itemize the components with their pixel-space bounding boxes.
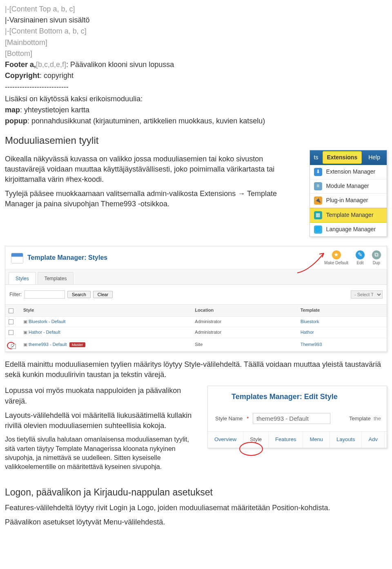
mid-paragraph-4: Jos tietyllä sivulla halutaan omanlaisen…: [5, 435, 200, 472]
col-location[interactable]: Location: [192, 305, 297, 316]
mid-paragraph-1: Edellä mainittu moduuliasemien tyylien m…: [5, 359, 387, 380]
download-icon: ⬇: [314, 168, 322, 176]
duplicate-button[interactable]: ⧉ Dup: [372, 250, 381, 266]
row-checkbox[interactable]: [9, 330, 13, 335]
menu-label: Extension Manager: [326, 168, 376, 176]
template-label: Template the: [349, 415, 381, 422]
filter-input[interactable]: [24, 290, 65, 299]
footer-desc: : Päävalikon klooni sivun lopussa: [66, 60, 174, 69]
menu-item-language-manager[interactable]: 🌐 Language Manager: [310, 223, 387, 237]
row-checkbox[interactable]: [9, 319, 13, 324]
line-mainbottom: [Mainbottom]: [5, 38, 387, 48]
line-content-top: |-[Content Top a, b, c]: [5, 4, 387, 14]
red-circle-annotation-style: [239, 442, 263, 456]
pencil-icon: ✎: [356, 250, 365, 259]
tab-features[interactable]: Features: [269, 432, 303, 447]
tpl-value-text: the: [374, 415, 381, 422]
line-varsinainen: |-Varsinainen sivun sisältö: [5, 15, 387, 25]
line-copyright: Copyright: copyright: [5, 71, 387, 81]
tab-overview[interactable]: Overview: [208, 432, 243, 447]
footer-gray: [b,c,d,e,f]: [36, 60, 66, 69]
table-row: ▣ Bluestork - Default Administrator Blue…: [5, 316, 387, 327]
menu-item-module-manager[interactable]: ≡ Module Manager: [310, 179, 387, 194]
line-bottom: [Bottom]: [5, 49, 387, 59]
mid-paragraph-2: Lopussa voi myös muokata nappuloiden ja …: [5, 386, 200, 406]
template-filter-select[interactable]: - Select T: [351, 290, 383, 299]
template-header-icon: [214, 391, 227, 402]
action-label: Dup: [373, 260, 380, 266]
structure-list: |-[Content Top a, b, c] |-Varsinainen si…: [5, 4, 387, 126]
red-arrow-annotation: [293, 248, 338, 277]
search-button[interactable]: Search: [67, 291, 91, 298]
copy-icon: ⧉: [372, 250, 381, 259]
tab-styles[interactable]: Styles: [9, 272, 36, 285]
copyright-label: Copyright: [5, 71, 40, 80]
mid-paragraph-3: Layouts-välilehdellä voi määritellä liuk…: [5, 411, 200, 431]
styles-paragraph-1: Oikealla näkyvässä kuvassa on valikko jo…: [5, 154, 305, 185]
tab-layouts[interactable]: Layouts: [330, 432, 362, 447]
menu-label: Plug-in Manager: [326, 196, 368, 205]
template-link[interactable]: Theme993: [301, 342, 322, 347]
select-all-checkbox[interactable]: [9, 308, 13, 313]
style-name-input[interactable]: [253, 413, 330, 424]
popup-desc: : ponnahdusikkunat (kirjautuminen, artik…: [27, 117, 265, 125]
tab-adv[interactable]: Adv: [362, 432, 384, 447]
es-header: Templates Manager: Edit Style: [208, 386, 387, 406]
template-link[interactable]: Bluestork: [301, 319, 319, 324]
tab-extensions[interactable]: Extensions: [323, 151, 362, 164]
heading-logon-settings: Logon, päävalikon ja Kirjaudu-nappulan a…: [5, 486, 387, 499]
menu-item-extension-manager[interactable]: ⬇ Extension Manager: [310, 165, 387, 179]
style-link[interactable]: Hathor - Default: [29, 330, 60, 335]
line-map: map: yhteystietojen kartta: [5, 105, 387, 115]
tm-filter-row: Filter: Search Clear - Select T: [5, 285, 387, 304]
template-link[interactable]: Hathor: [301, 330, 314, 335]
table-row: ▣ Hathor - Default Administrator Hathor: [5, 327, 387, 338]
line-popup: popup: ponnahdusikkunat (kirjautuminen, …: [5, 116, 387, 126]
tpl-label-text: Template: [349, 415, 371, 422]
logon-paragraph-1: Features-välilehdeltä löytyy rivit Login…: [5, 503, 387, 513]
tab-templates[interactable]: Templates: [38, 272, 74, 285]
action-label: Edit: [356, 260, 363, 266]
menu-item-plugin-manager[interactable]: 🔌 Plug-in Manager: [310, 194, 387, 208]
styles-paragraph-2: Tyylejä pääsee muokkaamaan valitsemalla …: [5, 189, 305, 209]
admin-top-bar: ts Extensions Help: [310, 150, 387, 165]
heading-module-styles: Moduuliasemien tyylit: [5, 134, 387, 147]
table-row: ▣ theme993 - DefaultMaster Site Theme993: [5, 338, 387, 351]
location-cell: Administrator: [192, 327, 297, 338]
style-name-label: Style Name: [215, 415, 243, 422]
tab-menu[interactable]: Menu: [303, 432, 330, 447]
extensions-dropdown: ⬇ Extension Manager ≡ Module Manager 🔌 P…: [310, 165, 387, 237]
screenshot-extensions-menu: ts Extensions Help ⬇ Extension Manager ≡…: [310, 150, 387, 237]
style-link[interactable]: theme993 - Default: [29, 342, 67, 347]
footer-label: Footer a,: [5, 60, 36, 69]
edit-button[interactable]: ✎ Edit: [356, 250, 365, 266]
copyright-desc: : copyright: [40, 71, 74, 80]
es-title: Templates Manager: Edit Style: [232, 392, 338, 402]
tab-ts-fragment: ts: [312, 152, 320, 163]
screenshot-edit-style: Templates Manager: Edit Style Style Name…: [207, 386, 387, 448]
style-link[interactable]: Bluestork - Default: [29, 319, 65, 324]
col-template[interactable]: Template: [297, 305, 387, 316]
template-icon: ▦: [314, 211, 322, 219]
menu-label: Template Manager: [326, 211, 374, 219]
tm-styles-table: Style Location Template ▣ Bluestork - De…: [5, 304, 387, 352]
required-asterisk: *: [247, 415, 249, 422]
menu-item-template-manager[interactable]: ▦ Template Manager: [310, 208, 387, 223]
map-desc: : yhteystietojen kartta: [20, 106, 89, 114]
tm-title: Template Manager: Styles: [27, 253, 324, 262]
clear-button[interactable]: Clear: [93, 291, 113, 298]
col-style[interactable]: Style: [20, 305, 192, 316]
plugin-icon: 🔌: [314, 196, 322, 205]
es-name-row: Style Name * Template the: [208, 406, 387, 428]
es-tabs: Overview Style Features Menu Layouts Adv: [208, 431, 387, 448]
logon-paragraph-2: Päävalikon asetukset löytyvät Menu-välil…: [5, 517, 387, 527]
line-footer: Footer a,[b,c,d,e,f]: Päävalikon klooni …: [5, 60, 387, 70]
location-cell: Site: [192, 338, 297, 351]
line-content-bottom: |-[Content Bottom a, b, c]: [5, 26, 387, 36]
menu-label: Language Manager: [326, 225, 376, 234]
tab-help[interactable]: Help: [364, 152, 384, 163]
location-cell: Administrator: [192, 316, 297, 327]
globe-icon: 🌐: [314, 225, 322, 234]
module-icon: ≡: [314, 182, 322, 190]
row-checkbox-checked[interactable]: [11, 344, 16, 349]
